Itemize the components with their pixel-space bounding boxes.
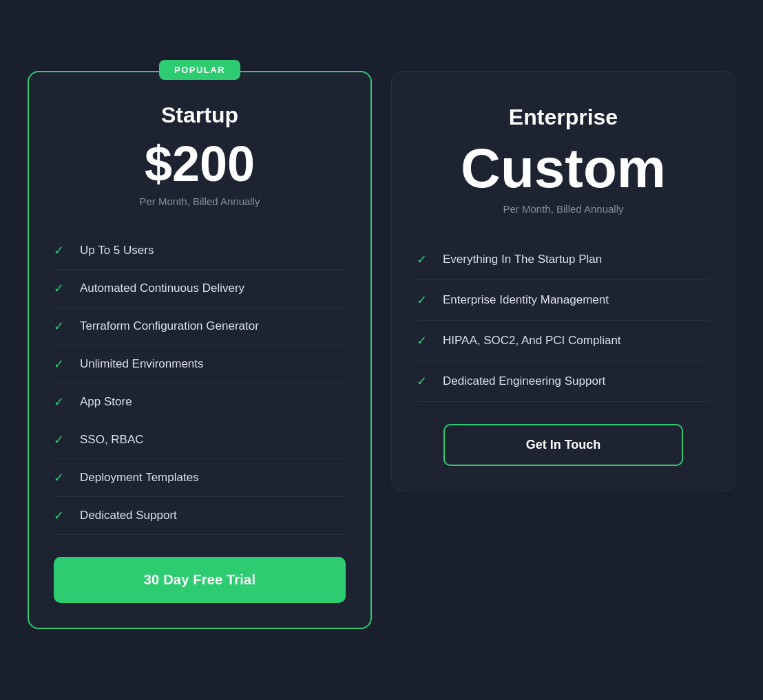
free-trial-button[interactable]: 30 Day Free Trial <box>54 557 346 603</box>
list-item: ✓ Up To 5 Users <box>54 232 346 270</box>
list-item: ✓ Deployment Templates <box>54 459 346 497</box>
check-icon: ✓ <box>54 394 69 410</box>
startup-price: $200 <box>54 139 346 189</box>
list-item: ✓ App Store <box>54 383 346 421</box>
list-item: ✓ HIPAA, SOC2, And PCI Compliant <box>417 321 710 361</box>
list-item: ✓ SSO, RBAC <box>54 421 346 459</box>
startup-features-list: ✓ Up To 5 Users ✓ Automated Continuous D… <box>29 232 370 535</box>
list-item: ✓ Unlimited Environments <box>54 346 346 383</box>
startup-billing: Per Month, Billed Annually <box>54 195 346 207</box>
feature-label: Unlimited Environments <box>80 357 204 371</box>
feature-label: Terraform Configuration Generator <box>80 319 259 333</box>
get-in-touch-button[interactable]: Get In Touch <box>443 424 684 466</box>
feature-label: Enterprise Identity Management <box>443 293 609 307</box>
enterprise-price: Custom <box>417 141 710 196</box>
feature-label: Dedicated Engineering Support <box>443 374 605 388</box>
check-icon: ✓ <box>54 319 69 334</box>
list-item: ✓ Everything In The Startup Plan <box>417 240 710 280</box>
check-icon: ✓ <box>54 508 69 523</box>
check-icon: ✓ <box>417 374 432 389</box>
feature-label: App Store <box>80 395 132 409</box>
startup-card-header: Startup $200 Per Month, Billed Annually <box>29 72 370 224</box>
list-item: ✓ Dedicated Support <box>54 497 346 535</box>
feature-label: Deployment Templates <box>80 471 199 485</box>
feature-label: Everything In The Startup Plan <box>443 253 602 266</box>
enterprise-billing: Per Month, Billed Annually <box>417 203 710 215</box>
check-icon: ✓ <box>54 357 69 372</box>
check-icon: ✓ <box>417 293 432 308</box>
list-item: ✓ Terraform Configuration Generator <box>54 308 346 346</box>
enterprise-title: Enterprise <box>417 105 710 130</box>
feature-label: Dedicated Support <box>80 509 177 522</box>
pricing-container: POPULAR Startup $200 Per Month, Billed A… <box>0 43 763 657</box>
list-item: ✓ Dedicated Engineering Support <box>417 361 710 402</box>
startup-card: POPULAR Startup $200 Per Month, Billed A… <box>28 71 372 629</box>
startup-cta-area: 30 Day Free Trial <box>29 535 370 603</box>
check-icon: ✓ <box>54 281 69 296</box>
check-icon: ✓ <box>54 470 69 485</box>
list-item: ✓ Automated Continuous Delivery <box>54 270 346 308</box>
feature-label: Automated Continuous Delivery <box>80 282 244 295</box>
check-icon: ✓ <box>417 333 432 348</box>
enterprise-card-header: Enterprise Custom Per Month, Billed Annu… <box>392 72 735 231</box>
startup-title: Startup <box>54 103 346 128</box>
feature-label: Up To 5 Users <box>80 244 154 257</box>
check-icon: ✓ <box>417 252 432 267</box>
enterprise-features-list: ✓ Everything In The Startup Plan ✓ Enter… <box>392 240 735 402</box>
feature-label: SSO, RBAC <box>80 433 144 447</box>
enterprise-card: Enterprise Custom Per Month, Billed Annu… <box>391 71 735 491</box>
check-icon: ✓ <box>54 243 69 258</box>
popular-badge: POPULAR <box>159 60 240 80</box>
feature-label: HIPAA, SOC2, And PCI Compliant <box>443 334 621 348</box>
check-icon: ✓ <box>54 432 69 447</box>
list-item: ✓ Enterprise Identity Management <box>417 280 710 321</box>
